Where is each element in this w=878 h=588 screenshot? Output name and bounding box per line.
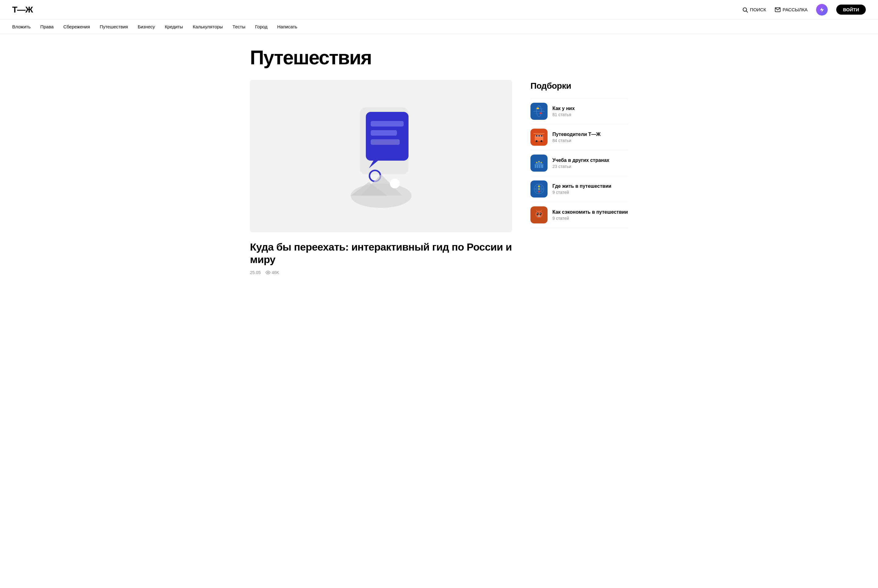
- svg-line-1: [746, 10, 748, 12]
- views-icon: [266, 270, 270, 275]
- sidebar-item-name-1: Как у них: [552, 105, 628, 112]
- sidebar-item-count-1: 81 статья: [552, 112, 628, 117]
- nav-item-kredity[interactable]: Кредиты: [165, 24, 183, 29]
- featured-article-image[interactable]: [250, 80, 512, 232]
- nav-item-kalkulyatory[interactable]: Калькуляторы: [193, 24, 223, 29]
- svg-rect-28: [541, 135, 542, 136]
- sidebar-item-name-4: Где жить в путешествии: [552, 183, 628, 190]
- right-column: Подборки: [530, 80, 628, 228]
- svg-rect-21: [537, 108, 539, 109]
- svg-rect-5: [366, 112, 408, 160]
- sidebar-item-thumb-4: [530, 180, 548, 198]
- sidebar-item-thumb-2: [530, 129, 548, 146]
- svg-point-39: [536, 162, 537, 163]
- svg-rect-7: [371, 121, 404, 126]
- zhit-icon: [532, 182, 546, 196]
- search-link[interactable]: ПОИСК: [742, 7, 766, 13]
- sidebar-item-zhit[interactable]: Где жить в путешествии 9 статей: [530, 176, 628, 202]
- svg-rect-38: [540, 165, 541, 168]
- ucheba-icon: [532, 156, 546, 170]
- article-date: 25.05: [250, 270, 261, 275]
- svg-rect-58: [538, 216, 539, 217]
- nav-item-napisat[interactable]: Написать: [277, 24, 297, 29]
- svg-point-53: [535, 211, 543, 218]
- lightning-icon: [819, 7, 825, 12]
- main-nav: Вложить Права Сбережения Путешествия Биз…: [0, 20, 878, 34]
- sidebar-item-ucheba[interactable]: Учеба в других странах 23 статьи: [530, 150, 628, 176]
- sidebar-item-count-2: 84 статьи: [552, 138, 628, 143]
- svg-point-57: [540, 213, 541, 214]
- newsletter-link[interactable]: РАССЫЛКА: [774, 7, 807, 13]
- sidebar-item-thumb-3: [530, 154, 548, 172]
- svg-rect-9: [371, 139, 400, 145]
- svg-rect-8: [371, 130, 397, 136]
- svg-rect-36: [536, 165, 537, 168]
- sidebar-item-thumb-1: [530, 103, 548, 120]
- sidebar-item-kak-u-nih[interactable]: Как у них 81 статья: [530, 98, 628, 124]
- sidebar-title: Подборки: [530, 81, 628, 91]
- hero-illustration: [341, 101, 421, 211]
- kak-u-nih-icon: [532, 105, 546, 118]
- sidebar-item-putevoditel[interactable]: Путеводители Т—Ж 84 статьи: [530, 124, 628, 150]
- site-logo[interactable]: Т—Ж: [12, 5, 33, 15]
- svg-point-56: [537, 213, 538, 214]
- nav-item-sberezheniya[interactable]: Сбережения: [63, 24, 90, 29]
- svg-point-30: [540, 140, 542, 142]
- newsletter-label: РАССЫЛКА: [783, 7, 807, 12]
- mail-icon: [774, 7, 781, 13]
- svg-point-15: [267, 272, 269, 273]
- nav-item-testy[interactable]: Тесты: [233, 24, 245, 29]
- svg-point-41: [541, 162, 542, 163]
- left-column: Куда бы переехать: интерактивный гид по …: [250, 80, 512, 275]
- article-meta: 25.05 46K: [250, 270, 512, 275]
- svg-rect-37: [538, 165, 539, 168]
- nav-item-vlozit[interactable]: Вложить: [12, 24, 30, 29]
- svg-marker-3: [820, 8, 824, 12]
- featured-article-title[interactable]: Куда бы переехать: интерактивный гид по …: [250, 241, 512, 266]
- sidebar-item-sekonomit[interactable]: Как сэкономить в путешествии 9 статей: [530, 202, 628, 228]
- main-layout: Куда бы переехать: интерактивный гид по …: [250, 80, 628, 275]
- sidebar-item-thumb-5: [530, 206, 548, 224]
- page-title: Путешествия: [250, 46, 628, 69]
- sidebar-item-name-5: Как сэкономить в путешествии: [552, 209, 628, 216]
- lightning-button[interactable]: [816, 4, 828, 15]
- sidebar-item-name-2: Путеводители Т—Ж: [552, 131, 628, 138]
- sekonomit-icon: [532, 208, 546, 222]
- page-content: Путешествия: [238, 34, 640, 293]
- login-button[interactable]: ВОЙТИ: [836, 4, 866, 15]
- sidebar-item-count-4: 9 статей: [552, 190, 628, 195]
- sidebar-item-name-3: Учеба в других странах: [552, 157, 628, 164]
- svg-rect-59: [539, 216, 540, 217]
- header-actions: ПОИСК РАССЫЛКА ВОЙТИ: [742, 4, 866, 15]
- search-icon: [742, 7, 748, 13]
- article-views: 46K: [266, 270, 279, 275]
- svg-point-29: [536, 140, 537, 142]
- sidebar-items-list: Как у них 81 статья: [530, 98, 628, 228]
- svg-rect-26: [536, 135, 537, 136]
- svg-point-14: [390, 178, 400, 188]
- nav-item-prava[interactable]: Права: [40, 24, 54, 29]
- nav-item-puteshestviya[interactable]: Путешествия: [100, 24, 128, 29]
- putevoditel-icon: [532, 130, 546, 144]
- svg-rect-22: [540, 112, 542, 114]
- sidebar-item-count-3: 23 статьи: [552, 164, 628, 169]
- svg-rect-27: [538, 135, 540, 136]
- search-label: ПОИСК: [750, 7, 766, 12]
- site-header: Т—Ж ПОИСК РАССЫЛКА ВОЙТИ: [0, 0, 878, 20]
- nav-item-gorod[interactable]: Город: [255, 24, 268, 29]
- nav-item-biznesu[interactable]: Бизнесу: [138, 24, 155, 29]
- sidebar-item-count-5: 9 статей: [552, 216, 628, 221]
- svg-point-40: [538, 161, 540, 162]
